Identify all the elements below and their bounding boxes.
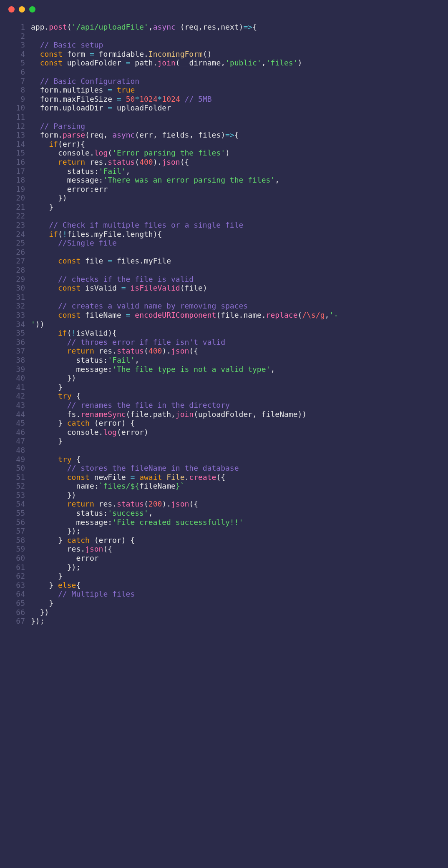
code-content[interactable]: // renames the file in the directory	[31, 401, 230, 410]
code-line[interactable]: 56 message:'File created successfully!!'	[0, 518, 448, 527]
code-line[interactable]: 65 }	[0, 599, 448, 608]
code-content[interactable]: status:'Fail',	[31, 167, 130, 176]
code-content[interactable]: message:'The file type is not a valid ty…	[31, 365, 275, 374]
code-line[interactable]: 41 }	[0, 383, 448, 392]
code-content[interactable]: const file = files.myFile	[31, 256, 171, 266]
code-line[interactable]: 52 name:`files/${fileName}`	[0, 482, 448, 491]
code-line[interactable]: 28	[0, 266, 448, 275]
code-line[interactable]: 3 // Basic setup	[0, 40, 448, 50]
code-content[interactable]: return res.status(200).json({	[31, 499, 198, 509]
code-content[interactable]: });	[31, 563, 81, 572]
code-content[interactable]: try {	[31, 391, 81, 401]
code-content[interactable]: // throes error if file isn't valid	[31, 338, 225, 347]
code-line[interactable]: 25 //Single file	[0, 238, 448, 248]
code-content[interactable]: }	[31, 599, 53, 608]
code-line[interactable]: 50 // stores the fileName in the databas…	[0, 464, 448, 473]
code-line[interactable]: 19 error:err	[0, 185, 448, 194]
code-line[interactable]: 45 } catch (error) {	[0, 419, 448, 428]
code-line[interactable]: 7 // Basic Configuration	[0, 77, 448, 86]
traffic-minimize-icon[interactable]	[19, 6, 25, 13]
code-content[interactable]: message:'There was an error parsing the …	[31, 176, 279, 185]
code-line[interactable]: 60 error	[0, 554, 448, 563]
code-content[interactable]: form.multiples = true	[31, 85, 135, 95]
code-content[interactable]: return res.status(400).json({	[31, 346, 198, 356]
code-content[interactable]: const newFile = await File.create({	[31, 473, 225, 482]
code-content[interactable]: // creates a valid name by removing spac…	[31, 301, 248, 311]
code-line[interactable]: 14 if(err){	[0, 140, 448, 149]
code-content[interactable]: } catch (error) {	[31, 536, 135, 545]
code-content[interactable]: if(!files.myFile.length){	[31, 230, 162, 239]
code-line[interactable]: 26	[0, 248, 448, 257]
code-content[interactable]: });	[31, 617, 45, 626]
code-content[interactable]: name:`files/${fileName}`	[31, 482, 185, 491]
code-content[interactable]: return res.status(400).json({	[31, 158, 189, 167]
code-line[interactable]: 1app.post('/api/uploadFile',async (req,r…	[0, 23, 448, 32]
code-line[interactable]: 35 if(!isValid){	[0, 329, 448, 338]
code-content[interactable]: } catch (error) {	[31, 419, 135, 428]
code-line[interactable]: 39 message:'The file type is not a valid…	[0, 365, 448, 374]
code-content[interactable]: const isValid = isFileValid(file)	[31, 283, 207, 293]
code-content[interactable]: // Parsing	[31, 122, 85, 131]
code-line[interactable]: 51 const newFile = await File.create({	[0, 473, 448, 482]
code-line[interactable]: 37 return res.status(400).json({	[0, 346, 448, 356]
code-line[interactable]: 64 // Multiple files	[0, 590, 448, 599]
code-line[interactable]: 67});	[0, 617, 448, 626]
code-content[interactable]: }	[31, 383, 63, 392]
traffic-close-icon[interactable]	[8, 6, 15, 13]
code-line[interactable]: 12 // Parsing	[0, 122, 448, 131]
code-content[interactable]: const fileName = encodeURIComponent(file…	[31, 311, 338, 320]
code-line[interactable]: 43 // renames the file in the directory	[0, 401, 448, 410]
code-line[interactable]: 59 res.json({	[0, 544, 448, 554]
code-content[interactable]: message:'File created successfully!!'	[31, 518, 243, 527]
code-line[interactable]: 13 form.parse(req, async(err, fields, fi…	[0, 130, 448, 140]
code-content[interactable]: error:err	[31, 185, 108, 194]
code-line[interactable]: 20 })	[0, 193, 448, 203]
code-line[interactable]: 2	[0, 32, 448, 41]
code-line[interactable]: 54 return res.status(200).json({	[0, 499, 448, 509]
code-line[interactable]: 4 const form = formidable.IncomingForm()	[0, 50, 448, 59]
code-content[interactable]: // checks if the file is valid	[31, 275, 194, 284]
code-content[interactable]: console.log(error)	[31, 428, 148, 437]
code-line[interactable]: 16 return res.status(400).json({	[0, 158, 448, 167]
code-content[interactable]: //Single file	[31, 238, 117, 248]
traffic-zoom-icon[interactable]	[29, 6, 35, 13]
code-line[interactable]: 62 }	[0, 572, 448, 581]
code-line[interactable]: 29 // checks if the file is valid	[0, 275, 448, 284]
code-line[interactable]: 8 form.multiples = true	[0, 85, 448, 95]
code-content[interactable]: if(!isValid){	[31, 329, 117, 338]
code-line[interactable]: 57 });	[0, 527, 448, 536]
code-line[interactable]: 24 if(!files.myFile.length){	[0, 230, 448, 239]
code-content[interactable]: '))	[31, 320, 45, 329]
code-content[interactable]: }	[31, 203, 53, 212]
code-content[interactable]: })	[31, 608, 49, 617]
code-line[interactable]: 48	[0, 446, 448, 455]
code-line[interactable]: 44 fs.renameSync(file.path,join(uploadFo…	[0, 410, 448, 419]
code-line[interactable]: 42 try {	[0, 391, 448, 401]
code-line[interactable]: 36 // throes error if file isn't valid	[0, 338, 448, 347]
code-line[interactable]: 22	[0, 211, 448, 221]
code-content[interactable]: form.parse(req, async(err, fields, files…	[31, 130, 239, 140]
code-content[interactable]: form.uploadDir = uploadFolder	[31, 103, 171, 113]
code-line[interactable]: 66 })	[0, 608, 448, 617]
code-line[interactable]: 11	[0, 113, 448, 122]
code-editor[interactable]: 1app.post('/api/uploadFile',async (req,r…	[0, 18, 448, 642]
code-line[interactable]: 33 const fileName = encodeURIComponent(f…	[0, 311, 448, 320]
code-line[interactable]: 21 }	[0, 203, 448, 212]
code-line[interactable]: 46 console.log(error)	[0, 428, 448, 437]
code-line[interactable]: 10 form.uploadDir = uploadFolder	[0, 103, 448, 113]
code-line[interactable]: 6	[0, 68, 448, 77]
code-line[interactable]: 31	[0, 293, 448, 302]
code-line[interactable]: 61 });	[0, 563, 448, 572]
code-content[interactable]: })	[31, 491, 76, 500]
code-content[interactable]: }	[31, 437, 63, 446]
code-line[interactable]: 15 console.log('Error parsing the files'…	[0, 148, 448, 158]
code-content[interactable]: }	[31, 572, 63, 581]
code-line[interactable]: 9 form.maxFileSize = 50*1024*1024 // 5MB	[0, 95, 448, 104]
code-line[interactable]: 55 status:'success',	[0, 509, 448, 518]
code-content[interactable]: // Basic setup	[31, 40, 103, 50]
code-line[interactable]: 53 })	[0, 491, 448, 500]
code-content[interactable]: console.log('Error parsing the files')	[31, 148, 230, 158]
code-line[interactable]: 63 } else{	[0, 581, 448, 590]
code-line[interactable]: 5 const uploadFolder = path.join(__dirna…	[0, 58, 448, 68]
code-line[interactable]: 18 message:'There was an error parsing t…	[0, 176, 448, 185]
